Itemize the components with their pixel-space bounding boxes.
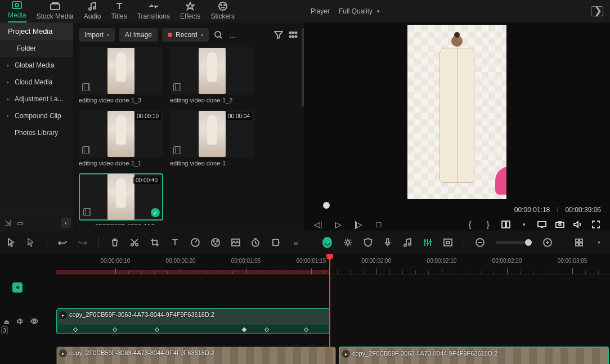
media-thumbnail[interactable]	[79, 47, 163, 95]
tab-effects[interactable]: Effects	[180, 1, 200, 23]
svg-point-14	[295, 36, 297, 38]
cut-icon[interactable]	[130, 237, 139, 248]
zoom-out-icon[interactable]	[476, 237, 485, 248]
chevron-down-icon[interactable]: ▾	[595, 237, 603, 248]
tab-transitions[interactable]: Transitions	[137, 1, 170, 23]
sidebar-item-global-media[interactable]: ▸Global Media	[0, 57, 73, 74]
pointer-icon[interactable]	[7, 237, 15, 248]
mute-icon[interactable]	[17, 318, 25, 326]
sidebar-item-photos[interactable]: Photos Library	[0, 124, 73, 141]
more-icon[interactable]: ...	[228, 30, 238, 40]
redo-icon[interactable]	[78, 237, 87, 248]
compare-icon[interactable]	[501, 219, 511, 230]
svg-rect-38	[580, 239, 582, 242]
text-icon[interactable]	[171, 237, 179, 248]
svg-point-8	[215, 32, 221, 37]
sidebar-item-compound[interactable]: ▸Compound Clip	[0, 107, 73, 124]
media-item[interactable]: 00:00:10 editing video done-1_1	[79, 110, 163, 167]
media-thumbnail[interactable]: 00:00:10	[79, 110, 163, 158]
svg-rect-17	[538, 222, 546, 227]
playhead[interactable]	[329, 254, 330, 364]
filter-icon[interactable]	[273, 30, 284, 40]
media-item[interactable]: 00:00:40✓ copy_2F0CB59F-3063-4A7...	[79, 173, 163, 225]
tab-stock-label: Stock Media	[37, 12, 74, 20]
scrub-handle[interactable]	[323, 202, 330, 209]
menu-icon[interactable]	[288, 30, 298, 40]
media-item[interactable]: editing video done-1_2	[170, 47, 254, 104]
tab-audio[interactable]: Audio	[84, 1, 101, 23]
tab-stock-media[interactable]: Stock Media	[37, 1, 74, 23]
tab-stickers[interactable]: Stickers	[210, 1, 235, 23]
music-icon[interactable]	[403, 237, 412, 248]
folder-icon[interactable]: ▭	[17, 219, 24, 227]
svg-point-7	[224, 5, 225, 6]
color-icon[interactable]	[211, 237, 220, 248]
media-thumbnail[interactable]	[170, 47, 254, 95]
ruler-label: 00:00:02:20	[492, 258, 522, 264]
visibility-icon[interactable]	[30, 318, 38, 326]
sidebar-folder[interactable]: Folder	[0, 40, 73, 57]
mark-in-icon[interactable]: {	[465, 219, 475, 230]
preview-area[interactable]	[304, 23, 610, 199]
video-icon	[82, 146, 90, 154]
adjust-icon[interactable]	[423, 237, 432, 248]
snapshot-icon[interactable]	[555, 219, 565, 230]
fullscreen-icon[interactable]	[591, 219, 601, 230]
chevron-down-icon[interactable]: ▾	[519, 219, 529, 230]
media-thumbnail-selected[interactable]: 00:00:40✓	[79, 173, 163, 221]
mask-icon[interactable]	[231, 237, 240, 248]
tab-media[interactable]: Media	[8, 0, 26, 23]
record-button[interactable]: Record▾	[162, 28, 209, 42]
stop-icon[interactable]: □	[374, 219, 384, 230]
grid-view-icon[interactable]	[575, 237, 583, 248]
frame-icon[interactable]	[443, 237, 452, 248]
speed-icon[interactable]	[191, 237, 200, 248]
more-tools-icon[interactable]: »	[291, 237, 300, 248]
graph-icon[interactable]	[591, 6, 603, 16]
video-preview	[407, 25, 506, 199]
zoom-in-icon[interactable]	[543, 237, 552, 248]
ai-bot-icon[interactable]: ◡	[322, 237, 332, 248]
timeline-clip[interactable]: ▸copy_2F0CB59F-3063-4A73-8044-9F4F9F6361…	[56, 308, 330, 334]
sidebar-item-cloud-media[interactable]: ▸Cloud Media	[0, 74, 73, 91]
time-display: 00:00:01:18 / 00:00:39:06	[304, 206, 610, 217]
crop-icon[interactable]	[150, 237, 159, 248]
shield-icon[interactable]	[364, 237, 372, 248]
sidebar-project-media[interactable]: Project Media	[0, 23, 73, 40]
search-icon[interactable]	[213, 30, 223, 40]
svg-point-33	[409, 243, 411, 245]
unlock-icon[interactable]: ⏏	[3, 318, 11, 326]
collapse-sidebar-icon[interactable]: ‹	[61, 218, 71, 228]
timer-icon[interactable]	[252, 237, 260, 248]
chevron-down-icon: ▾	[201, 33, 203, 38]
video-icon	[173, 83, 181, 91]
enhance-icon[interactable]	[343, 237, 352, 248]
ai-image-button[interactable]: AI Image	[119, 28, 158, 42]
mic-icon[interactable]	[384, 237, 392, 248]
quality-dropdown[interactable]: Full Quality▾	[339, 7, 380, 15]
timeline-clip-selected[interactable]: ▸ copy_2F0CB59F-3063-4A73-8044-9F4F9F636…	[339, 347, 609, 364]
sidebar-bottom: ⇲ ▭ ‹	[0, 214, 73, 231]
sidebar-item-adjustment[interactable]: ▸Adjustment La...	[0, 91, 73, 107]
media-item[interactable]: 00:00:04 editing video done-1	[170, 110, 254, 167]
zoom-slider[interactable]	[496, 241, 532, 244]
export-icon[interactable]: ⇲	[5, 218, 11, 227]
media-thumbnail[interactable]: 00:00:04	[170, 110, 254, 158]
volume-icon[interactable]	[573, 219, 583, 230]
chevron-right-icon: ▸	[7, 96, 11, 102]
prev-frame-icon[interactable]: ◁|	[313, 219, 323, 230]
next-frame-icon[interactable]: |▷	[353, 219, 364, 230]
mark-out-icon[interactable]: }	[483, 219, 493, 230]
undo-icon[interactable]	[58, 237, 67, 248]
timeline-clip[interactable]: ▸ copy_2F0CB59F-3063-4A73-8044-9F4F9F636…	[56, 347, 336, 364]
display-icon[interactable]	[537, 219, 547, 230]
chevron-down-icon: ▾	[107, 33, 109, 38]
tab-titles[interactable]: Titles	[111, 1, 127, 23]
link-badge-icon[interactable]: ⚭	[12, 282, 23, 293]
media-item[interactable]: editing video done-1_3	[79, 47, 163, 104]
keyframe-icon[interactable]	[271, 237, 280, 248]
delete-icon[interactable]	[110, 237, 119, 248]
select-icon[interactable]	[26, 237, 35, 248]
play-icon[interactable]: ▷	[333, 219, 343, 230]
import-button[interactable]: Import▾	[79, 28, 115, 42]
